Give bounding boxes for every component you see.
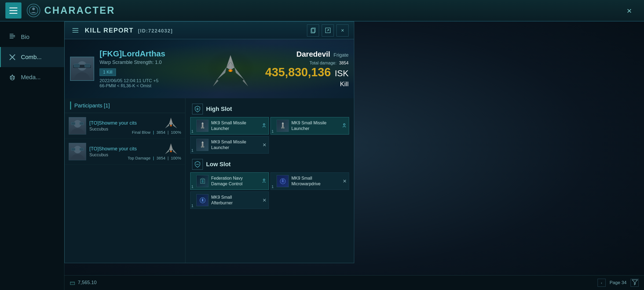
- modal-close-button[interactable]: ×: [336, 24, 349, 37]
- app-title: CHARACTER: [44, 5, 115, 16]
- modal-title-text: KILL REPORT: [85, 27, 134, 34]
- participant-2-stats: Top Damage | 3854 | 100%: [128, 156, 181, 160]
- participants-header: Participants [1]: [65, 98, 185, 113]
- svg-rect-3: [10, 35, 15, 36]
- sidebar-item-bio[interactable]: Bio: [0, 27, 64, 47]
- participant-2-percent: 100%: [171, 156, 181, 160]
- svg-line-13: [327, 30, 329, 31]
- svg-marker-9: [10, 75, 14, 79]
- filter-icon: [631, 278, 639, 286]
- sidebar-item-medals[interactable]: Meda...: [0, 67, 64, 87]
- svg-point-32: [343, 124, 345, 125]
- character-icon: [27, 4, 40, 17]
- avatar-face: [71, 57, 94, 80]
- close-icon-low-3: ✕: [262, 197, 266, 203]
- low-slot-item-2-name: MK9 SmallMicrowarpdrive: [291, 176, 346, 187]
- bottom-bar: 7,565.10 ‹ Page 34 ›: [64, 275, 644, 290]
- sidebar-item-combat[interactable]: Comb...: [0, 47, 64, 67]
- participant-2-ship-image: [161, 142, 181, 157]
- total-damage-value: 3854: [339, 61, 349, 65]
- close-icon-3: ✕: [262, 142, 266, 148]
- app-close-button[interactable]: ×: [623, 4, 636, 17]
- svg-rect-30: [281, 127, 283, 129]
- svg-rect-36: [203, 146, 204, 148]
- participant-1-damage: 3854: [156, 130, 165, 135]
- sidebar-bio-label: Bio: [21, 34, 30, 41]
- participant-1-stats: Final Blow | 3854 | 100%: [132, 130, 181, 135]
- list-item[interactable]: 1 MK9 Small MissileLauncher ✕: [190, 136, 269, 154]
- list-item[interactable]: 1 MK9 Small MissileLauncher: [270, 117, 349, 135]
- modal-title: KILL REPORT [ID:7224032]: [85, 27, 303, 34]
- killer-badge: 1 Kill: [100, 68, 116, 76]
- ship-type: Frigate: [334, 52, 349, 58]
- svg-point-19: [170, 125, 172, 126]
- copy-button[interactable]: [307, 24, 319, 37]
- list-item[interactable]: 1 MK9 SmallAfterburner ✕: [190, 191, 269, 209]
- item-count: 1: [191, 204, 193, 208]
- item-count: 1: [191, 129, 193, 133]
- low-slot-title: Low Slot: [206, 161, 231, 168]
- high-slot-item-2-name: MK9 Small MissileLauncher: [291, 120, 346, 132]
- svg-point-1: [32, 8, 35, 10]
- item-count: 1: [272, 184, 274, 189]
- copy-icon: [310, 27, 316, 33]
- sidebar: Bio Comb... Meda...: [0, 21, 64, 290]
- low-slot-header: Low Slot: [188, 156, 351, 172]
- item-count: 1: [272, 129, 274, 133]
- low-slot-item-1-name: Federation NavyDamage Control: [211, 176, 266, 187]
- svg-rect-5: [10, 38, 13, 38]
- isk-label: ISK: [335, 68, 349, 78]
- pilot-icon-low-1: [262, 178, 266, 184]
- list-item[interactable]: 1 MK9 SmallMicrowarpdrive ✕: [270, 172, 349, 190]
- modal-header: KILL REPORT [ID:7224032] ×: [65, 22, 354, 39]
- kill-date: 2022/06/05 12:04:11 UTC +5: [100, 78, 165, 84]
- menu-button[interactable]: [5, 2, 21, 19]
- svg-rect-2: [10, 34, 13, 34]
- top-bar: CHARACTER ×: [0, 0, 644, 21]
- prev-page-button[interactable]: ‹: [598, 279, 606, 287]
- currency-icon: [70, 280, 75, 286]
- filter-button[interactable]: [631, 278, 639, 287]
- participant-item-2[interactable]: [TO]Showme your cits Succubus Top Damage…: [65, 139, 185, 165]
- export-button[interactable]: [322, 24, 334, 37]
- ship-image: [198, 45, 263, 93]
- list-item[interactable]: 1 MK9 Small MissileLauncher: [190, 117, 269, 135]
- sidebar-combat-label: Comb...: [21, 54, 42, 61]
- kill-result: Daredevil Frigate Total damage: 3854 435…: [265, 50, 349, 88]
- participant-2-damage: 3854: [156, 156, 165, 160]
- svg-point-49: [202, 200, 203, 201]
- svg-rect-26: [203, 127, 204, 129]
- high-slot-items: 1 MK9 Small MissileLauncher: [188, 117, 351, 156]
- low-slot-item-3-name: MK9 SmallAfterburner: [211, 195, 266, 206]
- kill-body: Participants [1] [TO]Showme your cits Su…: [65, 98, 354, 263]
- kill-hero-section: [FKG]LordArthas Warp Scramble Strength: …: [65, 39, 354, 98]
- participant-item[interactable]: [TO]Showme your cits Succubus Final Blow…: [65, 113, 185, 139]
- page-number: Page 34: [610, 280, 627, 285]
- afterburner-icon: [196, 194, 208, 206]
- medals-icon: [8, 73, 17, 82]
- item-count: 1: [191, 148, 193, 153]
- high-slot-header: High Slot: [188, 101, 351, 117]
- ship-name: Daredevil: [296, 50, 330, 58]
- svg-point-16: [229, 70, 232, 72]
- isk-row: 435,830,136 ISK: [265, 66, 349, 79]
- low-slot-icon: [192, 159, 203, 170]
- participants-panel: Participants [1] [TO]Showme your cits Su…: [65, 98, 185, 263]
- item-count: 1: [191, 184, 193, 189]
- damage-label-text: Total damage:: [309, 61, 336, 65]
- svg-rect-4: [10, 37, 15, 37]
- missile-launcher-icon-3: [196, 139, 208, 151]
- participant-1-label: Final Blow: [132, 130, 151, 135]
- modal-close-icon: ×: [341, 27, 344, 34]
- svg-point-0: [29, 6, 38, 15]
- participant-1-percent: 100%: [171, 130, 181, 135]
- kill-type: Kill: [265, 80, 349, 88]
- modal-menu-button[interactable]: [70, 25, 81, 36]
- bio-icon: [8, 32, 17, 42]
- participant-avatar-1: [69, 117, 86, 135]
- close-icon-low-2: ✕: [343, 178, 347, 184]
- pilot-icon-2: [342, 123, 347, 129]
- low-slot-items: 1 Federation NavyDamage Control: [188, 172, 351, 212]
- list-item[interactable]: 1 Federation NavyDamage Control: [190, 172, 269, 190]
- export-icon: [325, 27, 331, 33]
